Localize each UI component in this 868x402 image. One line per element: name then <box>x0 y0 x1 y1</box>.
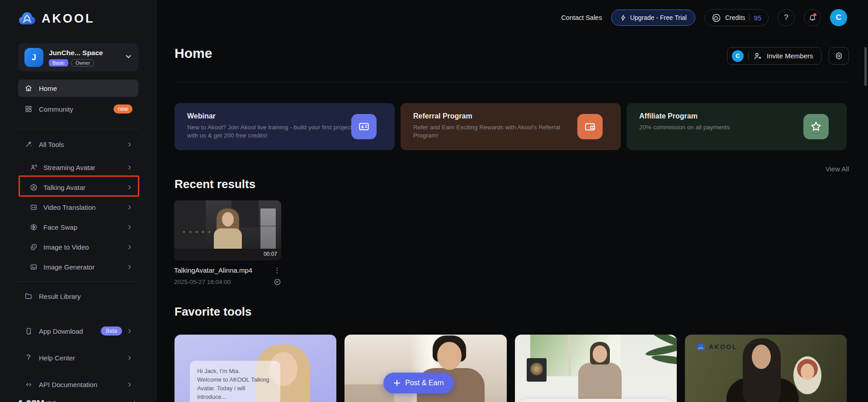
face-swap-icon <box>29 222 38 232</box>
help-button[interactable]: ? <box>778 9 795 26</box>
gear-icon <box>835 52 843 60</box>
image-to-video-icon <box>29 242 38 251</box>
sidebar-item-help-center[interactable]: ? Help Center <box>18 349 138 366</box>
favorite-tool-avatar-scene[interactable] <box>515 335 677 402</box>
home-icon <box>24 84 33 93</box>
credits-pill[interactable]: Credits 95 <box>704 9 769 26</box>
talking-avatar-icon <box>29 183 38 192</box>
sidebar-item-label: Image to Video <box>43 243 89 251</box>
thumbnail-art <box>260 208 276 250</box>
sidebar-item-api-documentation[interactable]: API Documentation <box>18 376 138 393</box>
chevron-right-icon <box>127 204 132 210</box>
card-art <box>801 364 814 380</box>
video-filename: TalkingAvatar_Alinna.mp4 <box>174 266 273 274</box>
beta-badge: Beta <box>101 326 122 336</box>
view-all-link[interactable]: View All <box>813 165 849 173</box>
speech-bubble: Hi Jack, I'm Mia. Welcome to AKOOL Talki… <box>190 361 280 402</box>
sidebar-item-image-to-video[interactable]: Image to Video <box>18 238 138 255</box>
question-mark-icon: ? <box>24 353 33 362</box>
akool-logo[interactable]: AKOOL <box>18 11 95 26</box>
sidebar-item-label: Streaming Avatar <box>43 164 95 171</box>
sidebar-item-label: Help Center <box>39 354 75 362</box>
star-icon <box>803 114 829 139</box>
upgrade-button-label: Upgrade - Free Trial <box>630 14 687 21</box>
card-art <box>752 345 771 369</box>
upgrade-button[interactable]: Upgrade - Free Trial <box>611 9 695 26</box>
credits-value: 95 <box>754 14 761 22</box>
thumbnail-art <box>222 212 234 227</box>
sidebar-item-label: Home <box>39 85 57 92</box>
community-icon <box>24 104 33 114</box>
workspace-avatar: J <box>24 48 43 67</box>
chevron-right-icon <box>127 382 132 388</box>
invite-members-button[interactable]: C Invite Members <box>727 47 821 65</box>
chevron-right-icon <box>127 184 132 190</box>
favorite-tools-title: Favorite tools <box>175 305 251 319</box>
akool-home-page: AKOOL J JunChe... Space Basic Owner Home… <box>0 0 868 402</box>
sidebar-item-label: Result Library <box>39 293 81 300</box>
chevron-right-icon <box>127 165 132 170</box>
magic-wand-icon <box>24 140 33 149</box>
invite-members-label: Invite Members <box>767 52 813 60</box>
sidebar-item-home[interactable]: Home <box>18 80 138 97</box>
topbar: Contact Sales Upgrade - Free Trial Credi… <box>561 9 847 27</box>
notes-icon[interactable] <box>274 278 281 286</box>
video-thumbnail[interactable]: 00:07 <box>174 200 281 260</box>
page-title: Home <box>175 46 212 61</box>
sidebar-item-video-translation[interactable]: Video Translation <box>18 199 138 216</box>
sidebar-item-all-tools[interactable]: All Tools <box>18 136 138 153</box>
sidebar: AKOOL J JunChe... Space Basic Owner Home… <box>0 0 157 402</box>
invite-divider <box>748 52 749 61</box>
video-duration: 00:07 <box>264 251 277 257</box>
credits-coin-icon <box>712 13 721 23</box>
favorite-tools-row: Hi Jack, I'm Mia. Welcome to AKOOL Talki… <box>175 335 847 402</box>
sidebar-item-label: All Tools <box>39 141 64 148</box>
promo-card-webinar[interactable]: Webinar New to Akool? Join Akool live tr… <box>175 103 395 150</box>
sidebar-item-image-generator[interactable]: Image Generator <box>18 258 138 275</box>
storage-used: 1.02M <box>18 398 44 402</box>
folder-icon <box>24 292 33 301</box>
kebab-menu-icon[interactable]: ⋮ <box>273 269 281 272</box>
promo-card-affiliate[interactable]: Affiliate Program 20% commission on all … <box>627 103 847 150</box>
sidebar-item-talking-avatar[interactable]: Talking Avatar <box>18 179 138 196</box>
sidebar-item-streaming-avatar[interactable]: Streaming Avatar <box>18 159 138 176</box>
workspace-info: JunChe... Space Basic Owner <box>49 49 125 66</box>
sidebar-item-label: API Documentation <box>39 381 97 388</box>
user-avatar[interactable]: C <box>830 9 847 26</box>
favorite-tool-post-earn[interactable]: Post & Earn <box>344 335 506 402</box>
member-avatar: C <box>732 50 744 62</box>
settings-button[interactable] <box>829 47 849 65</box>
akool-watermark-logo: AKOOL <box>696 343 737 351</box>
chevron-right-icon <box>127 355 132 361</box>
card-art <box>578 363 622 402</box>
sidebar-item-label: Face Swap <box>43 223 77 231</box>
post-and-earn-button[interactable]: Post & Earn <box>383 373 453 393</box>
favorite-tool-talking-avatar[interactable]: Hi Jack, I'm Mia. Welcome to AKOOL Talki… <box>175 335 336 402</box>
workspace-selector[interactable]: J JunChe... Space Basic Owner <box>18 43 138 71</box>
sidebar-item-community[interactable]: Community new <box>18 100 138 118</box>
workspace-name: JunChe... Space <box>49 49 125 57</box>
recent-video-card[interactable]: 00:07 TalkingAvatar_Alinna.mp4 ⋮ 2025-05… <box>174 200 281 286</box>
sidebar-item-label: App Download <box>39 327 83 335</box>
credits-label: Credits <box>725 14 745 21</box>
video-translation-icon <box>29 203 38 212</box>
sidebar-item-label: Community <box>39 105 73 113</box>
sidebar-item-label: Talking Avatar <box>43 184 85 191</box>
sidebar-divider <box>18 129 138 129</box>
phone-download-icon <box>24 326 33 336</box>
akool-cloud-icon <box>18 11 36 26</box>
notifications-button[interactable] <box>804 9 821 26</box>
favorite-tool-face-swap-demo[interactable]: AKOOL <box>685 335 847 402</box>
sidebar-item-app-download[interactable]: App Download Beta <box>18 322 138 340</box>
contact-sales-link[interactable]: Contact Sales <box>561 14 602 21</box>
card-art <box>437 342 462 370</box>
plan-badge: Basic <box>49 59 68 66</box>
chevron-right-icon <box>132 400 138 402</box>
akool-logo-text: AKOOL <box>42 12 95 26</box>
storage-indicator[interactable]: 1.02M /5G <box>18 398 138 402</box>
scrollbar-thumb[interactable] <box>864 47 867 86</box>
sidebar-item-face-swap[interactable]: Face Swap <box>18 218 138 236</box>
sidebar-item-result-library[interactable]: Result Library <box>18 288 138 305</box>
sidebar-item-label: Video Translation <box>43 203 96 211</box>
promo-card-referral[interactable]: Referral Program Refer and Earn Exciting… <box>401 103 621 150</box>
